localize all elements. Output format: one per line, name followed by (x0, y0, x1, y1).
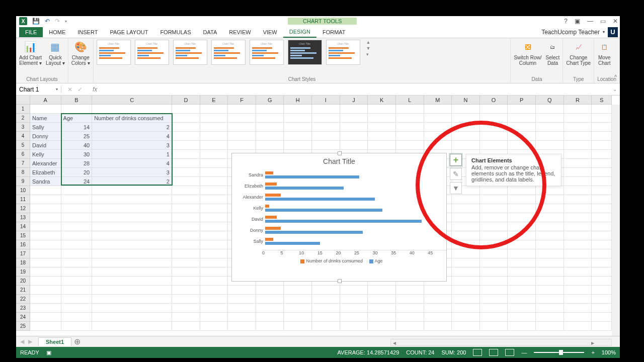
cell[interactable] (368, 123, 396, 132)
cell[interactable] (564, 213, 592, 222)
chart-bar-age[interactable] (265, 242, 320, 245)
change-colors-button[interactable]: 🎨 ChangeColors ▾ (71, 40, 90, 66)
row-header[interactable]: 21 (16, 286, 30, 295)
cell[interactable] (61, 186, 93, 195)
cell[interactable] (284, 105, 312, 114)
cell[interactable] (30, 313, 61, 322)
cell[interactable] (424, 141, 452, 150)
cell[interactable] (200, 304, 228, 313)
cell[interactable] (61, 204, 93, 213)
cell[interactable] (200, 204, 228, 213)
cell[interactable] (508, 132, 536, 141)
col-header-P[interactable]: P (508, 96, 536, 104)
cell[interactable]: 24 (61, 177, 93, 186)
cell[interactable] (92, 322, 172, 331)
select-data-button[interactable]: 🗂SelectData (545, 40, 559, 66)
cell[interactable]: Elizabeth (30, 168, 61, 177)
tab-page-layout[interactable]: PAGE LAYOUT (104, 27, 154, 37)
cell[interactable] (61, 195, 93, 204)
tab-view[interactable]: VIEW (257, 27, 283, 37)
cell[interactable] (61, 304, 93, 313)
cell[interactable] (30, 231, 61, 240)
cell[interactable] (508, 114, 536, 123)
new-sheet-button[interactable]: ⊕ (71, 338, 83, 346)
cell[interactable]: 40 (61, 141, 93, 150)
cell[interactable] (564, 114, 592, 123)
cell[interactable] (30, 295, 61, 304)
col-header-K[interactable]: K (368, 96, 396, 104)
cell[interactable] (228, 123, 256, 132)
row-header[interactable]: 6 (16, 150, 30, 159)
chart-bar-drinks[interactable] (265, 171, 273, 174)
cell[interactable] (312, 322, 340, 331)
cell[interactable] (452, 322, 480, 331)
cell[interactable] (200, 123, 228, 132)
cell[interactable] (592, 222, 612, 231)
cell[interactable] (284, 322, 312, 331)
row-header[interactable]: 3 (16, 123, 30, 132)
cell[interactable] (92, 295, 172, 304)
cell[interactable] (368, 141, 396, 150)
cell[interactable] (30, 240, 61, 249)
chart-bar-drinks[interactable] (265, 227, 281, 230)
chart-bar-age[interactable] (265, 187, 344, 190)
cell[interactable]: 3 (92, 168, 172, 177)
row-header[interactable]: 25 (16, 322, 30, 331)
cell[interactable] (480, 304, 508, 313)
cell[interactable] (564, 123, 592, 132)
tab-file[interactable]: FILE (19, 27, 43, 37)
cell[interactable] (396, 295, 424, 304)
chart-style-thumb[interactable]: Chart Title (173, 40, 207, 65)
cell[interactable] (30, 304, 61, 313)
row-header[interactable]: 14 (16, 222, 30, 231)
cell[interactable] (172, 195, 200, 204)
cell[interactable] (92, 186, 172, 195)
cell[interactable] (200, 240, 228, 249)
cell[interactable] (424, 105, 452, 114)
cell[interactable] (480, 123, 508, 132)
col-header-M[interactable]: M (424, 96, 452, 104)
cell[interactable] (592, 231, 612, 240)
cell[interactable] (592, 114, 612, 123)
cell[interactable] (340, 114, 368, 123)
col-header-D[interactable]: D (172, 96, 200, 104)
cell[interactable] (30, 213, 61, 222)
macro-record-icon[interactable]: ▣ (46, 349, 51, 356)
cell[interactable] (480, 213, 508, 222)
cell[interactable] (368, 114, 396, 123)
cell[interactable] (536, 249, 564, 258)
cell[interactable] (340, 304, 368, 313)
cell[interactable] (172, 213, 200, 222)
cell[interactable] (592, 150, 612, 159)
cell[interactable] (564, 313, 592, 322)
cell[interactable] (592, 267, 612, 277)
chart-style-thumb[interactable]: Chart Title (211, 40, 246, 65)
cell[interactable] (284, 304, 312, 313)
cell[interactable] (424, 286, 452, 295)
row-headers[interactable]: 1234567891011121314151617181920212223242… (16, 105, 30, 331)
cell[interactable] (30, 222, 61, 231)
row-header[interactable]: 17 (16, 249, 30, 258)
restore-icon[interactable]: ▭ (600, 18, 606, 25)
cell[interactable] (592, 249, 612, 258)
tab-design[interactable]: DESIGN (283, 27, 316, 38)
cell[interactable] (284, 295, 312, 304)
cell[interactable] (172, 240, 200, 249)
cell[interactable] (228, 105, 256, 114)
cell[interactable] (452, 213, 480, 222)
cell[interactable] (592, 304, 612, 313)
cell[interactable] (396, 132, 424, 141)
cell[interactable] (228, 114, 256, 123)
cell[interactable] (508, 141, 536, 150)
cell[interactable] (200, 105, 228, 114)
cell[interactable] (30, 286, 61, 295)
cell[interactable] (480, 240, 508, 249)
cell[interactable] (424, 132, 452, 141)
col-header-Q[interactable]: Q (536, 96, 564, 104)
cell[interactable] (200, 231, 228, 240)
cell[interactable] (592, 295, 612, 304)
chart-style-thumb[interactable]: Chart Title (250, 40, 284, 65)
close-icon[interactable]: ✕ (613, 18, 618, 25)
cell[interactable] (92, 304, 172, 313)
cell[interactable] (200, 267, 228, 277)
